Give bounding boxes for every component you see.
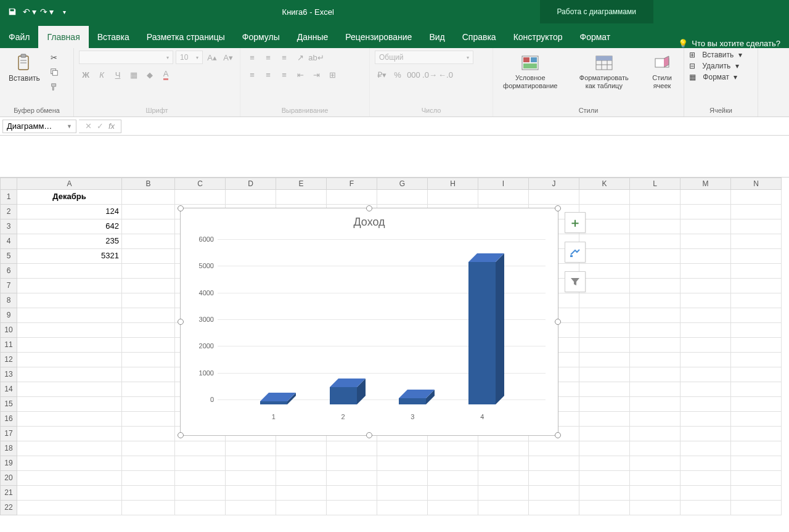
format-painter-icon[interactable] bbox=[47, 80, 61, 94]
cell-E18[interactable] bbox=[276, 441, 327, 456]
undo-icon[interactable]: ↶ ▾ bbox=[22, 4, 37, 19]
cell-G18[interactable] bbox=[377, 441, 428, 456]
row-header-6[interactable]: 6 bbox=[0, 264, 17, 279]
cell-F19[interactable] bbox=[327, 456, 377, 471]
cell-B22[interactable] bbox=[122, 501, 175, 515]
cell-L14[interactable] bbox=[630, 382, 681, 397]
tab-файл[interactable]: Файл bbox=[0, 26, 38, 48]
chart-styles-button[interactable] bbox=[565, 242, 586, 263]
cell-L21[interactable] bbox=[630, 486, 681, 501]
cell-M11[interactable] bbox=[681, 338, 731, 353]
italic-button[interactable]: К bbox=[95, 68, 108, 81]
cell-A3[interactable]: 642 bbox=[17, 219, 122, 234]
col-header-J[interactable]: J bbox=[529, 178, 579, 190]
cell-J19[interactable] bbox=[529, 456, 579, 471]
cell-B20[interactable] bbox=[122, 471, 175, 486]
cell-L15[interactable] bbox=[630, 397, 681, 412]
underline-button[interactable]: Ч bbox=[111, 68, 125, 81]
cell-G22[interactable] bbox=[377, 501, 428, 515]
cell-I18[interactable] bbox=[478, 441, 529, 456]
cell-K19[interactable] bbox=[579, 456, 630, 471]
cell-I1[interactable] bbox=[478, 190, 529, 205]
cell-N3[interactable] bbox=[731, 219, 782, 234]
tell-me-search[interactable]: 💡Что вы хотите сделать? bbox=[669, 39, 789, 48]
font-size-combo[interactable]: 10▾ bbox=[176, 51, 203, 64]
row-header-18[interactable]: 18 bbox=[0, 441, 17, 456]
cell-B3[interactable] bbox=[122, 219, 175, 234]
row-header-13[interactable]: 13 bbox=[0, 367, 17, 382]
cell-A18[interactable] bbox=[17, 441, 122, 456]
cell-M7[interactable] bbox=[681, 279, 731, 293]
align-center-icon[interactable]: ≡ bbox=[261, 68, 275, 81]
cell-J22[interactable] bbox=[529, 501, 579, 515]
cell-K20[interactable] bbox=[579, 471, 630, 486]
row-header-11[interactable]: 11 bbox=[0, 338, 17, 353]
cell-H22[interactable] bbox=[428, 501, 478, 515]
resize-handle-ne[interactable] bbox=[555, 205, 561, 211]
cell-N17[interactable] bbox=[731, 427, 782, 441]
cell-B11[interactable] bbox=[122, 338, 175, 353]
worksheet[interactable]: ABCDEFGHIJKLMN Доход 0100020003000400050… bbox=[0, 178, 789, 515]
cell-L20[interactable] bbox=[630, 471, 681, 486]
cell-F20[interactable] bbox=[327, 471, 377, 486]
cell-M1[interactable] bbox=[681, 190, 731, 205]
cell-K5[interactable] bbox=[579, 249, 630, 264]
cell-L13[interactable] bbox=[630, 367, 681, 382]
row-header-14[interactable]: 14 bbox=[0, 382, 17, 397]
cell-M3[interactable] bbox=[681, 219, 731, 234]
cell-A13[interactable] bbox=[17, 367, 122, 382]
chart-filter-button[interactable] bbox=[565, 271, 586, 292]
col-header-K[interactable]: K bbox=[579, 178, 630, 190]
cell-M13[interactable] bbox=[681, 367, 731, 382]
cell-D18[interactable] bbox=[226, 441, 276, 456]
tab-вид[interactable]: Вид bbox=[420, 26, 453, 48]
cell-N14[interactable] bbox=[731, 382, 782, 397]
cell-A7[interactable] bbox=[17, 279, 122, 293]
cell-M4[interactable] bbox=[681, 234, 731, 249]
cell-M8[interactable] bbox=[681, 293, 731, 308]
resize-handle-nw[interactable] bbox=[178, 205, 184, 211]
cell-M15[interactable] bbox=[681, 397, 731, 412]
font-name-combo[interactable]: ▾ bbox=[79, 51, 173, 64]
resize-handle-s[interactable] bbox=[366, 432, 372, 438]
cell-F22[interactable] bbox=[327, 501, 377, 515]
cell-I21[interactable] bbox=[478, 486, 529, 501]
bar-1[interactable] bbox=[260, 393, 296, 404]
cell-E21[interactable] bbox=[276, 486, 327, 501]
cell-K21[interactable] bbox=[579, 486, 630, 501]
cell-N9[interactable] bbox=[731, 308, 782, 323]
cell-N20[interactable] bbox=[731, 471, 782, 486]
cell-K6[interactable] bbox=[579, 264, 630, 279]
redo-icon[interactable]: ↷ ▾ bbox=[39, 4, 54, 19]
row-header-19[interactable]: 19 bbox=[0, 456, 17, 471]
cell-B8[interactable] bbox=[122, 293, 175, 308]
cell-B15[interactable] bbox=[122, 397, 175, 412]
number-format-combo[interactable]: Общий▾ bbox=[375, 51, 473, 64]
cell-L11[interactable] bbox=[630, 338, 681, 353]
cell-K14[interactable] bbox=[579, 382, 630, 397]
increase-indent-icon[interactable]: ⇥ bbox=[309, 68, 323, 81]
cell-G21[interactable] bbox=[377, 486, 428, 501]
cell-N2[interactable] bbox=[731, 205, 782, 219]
cell-B19[interactable] bbox=[122, 456, 175, 471]
cell-K1[interactable] bbox=[579, 190, 630, 205]
cell-A15[interactable] bbox=[17, 397, 122, 412]
chart-object[interactable]: Доход 01000200030004000500060001234 bbox=[180, 208, 558, 436]
cell-G19[interactable] bbox=[377, 456, 428, 471]
chart-elements-button[interactable]: ＋ bbox=[565, 212, 586, 233]
cell-D20[interactable] bbox=[226, 471, 276, 486]
font-color-icon[interactable]: A bbox=[159, 68, 173, 81]
cell-A14[interactable] bbox=[17, 382, 122, 397]
cell-N11[interactable] bbox=[731, 338, 782, 353]
cell-N16[interactable] bbox=[731, 412, 782, 427]
cell-L4[interactable] bbox=[630, 234, 681, 249]
chart-title[interactable]: Доход bbox=[181, 208, 558, 232]
cell-L10[interactable] bbox=[630, 323, 681, 338]
col-header-A[interactable]: A bbox=[17, 178, 122, 190]
cell-B9[interactable] bbox=[122, 308, 175, 323]
borders-icon[interactable]: ▦ bbox=[127, 68, 141, 81]
conditional-formatting-button[interactable]: Условное форматирование bbox=[498, 51, 562, 92]
cell-L7[interactable] bbox=[630, 279, 681, 293]
row-header-20[interactable]: 20 bbox=[0, 471, 17, 486]
tab-формулы[interactable]: Формулы bbox=[234, 26, 288, 48]
